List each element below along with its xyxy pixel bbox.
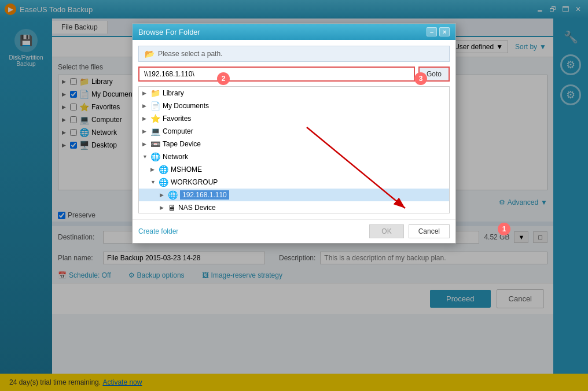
nas-label: NAS Device [178, 204, 216, 212]
tape-icon: 📼 [150, 139, 160, 149]
modal-title: Browse For Folder [138, 28, 200, 36]
ip-icon: 🌐 [168, 190, 178, 200]
modal-titlebar: Browse For Folder – ✕ [133, 24, 455, 40]
favorites-icon-modal: ⭐ [150, 114, 160, 123]
folder-item-mydocs[interactable]: ▶ 📄 My Documents [139, 99, 449, 112]
mydocs-arrow: ▶ [142, 103, 148, 109]
modal-cancel-button[interactable]: Cancel [409, 224, 450, 238]
library-label: Library [163, 89, 184, 97]
computer-label: Computer [163, 127, 193, 135]
folder-item-favorites[interactable]: ▶ ⭐ Favorites [139, 112, 449, 125]
annotation-1: 1 [498, 223, 510, 235]
modal-minimize[interactable]: – [427, 27, 437, 36]
mydocs-icon-modal: 📄 [150, 101, 160, 110]
browse-folder-modal: Browse For Folder – ✕ 📂 Please select a … [132, 23, 456, 244]
workgroup-icon: 🌐 [159, 178, 168, 187]
ok-button[interactable]: OK [369, 224, 403, 238]
nas-arrow: ▶ [160, 205, 166, 211]
modal-bottom: Create folder OK Cancel [133, 219, 455, 243]
tape-arrow: ▶ [142, 141, 148, 147]
path-hint-icon: 📂 [145, 49, 155, 58]
path-hint: 📂 Please select a path. [138, 46, 450, 62]
folder-item-nas[interactable]: ▶ 🖥 NAS Device [139, 201, 449, 213]
library-icon: 📁 [150, 88, 160, 98]
modal-body: 📂 Please select a path. Goto ▶ 📁 Library… [133, 40, 455, 219]
mshome-arrow: ▶ [150, 167, 156, 172]
workgroup-arrow: ▼ [150, 179, 156, 185]
folder-item-mshome[interactable]: ▶ 🌐 MSHOME [139, 163, 449, 176]
library-arrow: ▶ [142, 90, 148, 96]
mydocs-label: My Documents [163, 102, 209, 110]
network-label: Network [163, 153, 188, 161]
path-input[interactable] [138, 67, 415, 82]
folder-tree[interactable]: ▶ 📁 Library ▶ 📄 My Documents ▶ ⭐ Favorit… [138, 86, 450, 213]
network-arrow: ▼ [142, 154, 148, 160]
annotation-3: 3 [414, 72, 427, 85]
network-icon-modal: 🌐 [150, 152, 160, 161]
path-input-row: Goto [138, 67, 450, 82]
folder-item-library[interactable]: ▶ 📁 Library [139, 87, 449, 99]
folder-item-workgroup[interactable]: ▼ 🌐 WORKGROUP [139, 176, 449, 189]
folder-item-192168110[interactable]: ▶ 🌐 192.168.1.110 [139, 189, 449, 201]
folder-item-tape[interactable]: ▶ 📼 Tape Device [139, 138, 449, 150]
create-folder-link[interactable]: Create folder [138, 227, 178, 235]
computer-arrow: ▶ [142, 128, 148, 134]
mshome-label: MSHOME [171, 165, 202, 174]
modal-controls: – ✕ [427, 27, 450, 36]
modal-overlay: Browse For Folder – ✕ 📂 Please select a … [0, 0, 588, 391]
annotation-2: 2 [217, 72, 230, 85]
workgroup-label: WORKGROUP [171, 178, 218, 186]
favorites-label: Favorites [163, 115, 191, 123]
ip-arrow: ▶ [160, 192, 166, 198]
path-hint-text: Please select a path. [158, 50, 222, 58]
ip-label: 192.168.1.110 [180, 190, 229, 200]
folder-item-computer[interactable]: ▶ 💻 Computer [139, 125, 449, 138]
modal-close[interactable]: ✕ [439, 27, 450, 36]
computer-icon-modal: 💻 [150, 127, 160, 136]
tape-label: Tape Device [163, 140, 201, 148]
mshome-icon: 🌐 [159, 165, 168, 174]
nas-icon: 🖥 [168, 203, 176, 212]
folder-item-network[interactable]: ▼ 🌐 Network [139, 150, 449, 163]
modal-action-buttons: OK Cancel [369, 224, 450, 238]
favorites-arrow: ▶ [142, 116, 148, 121]
